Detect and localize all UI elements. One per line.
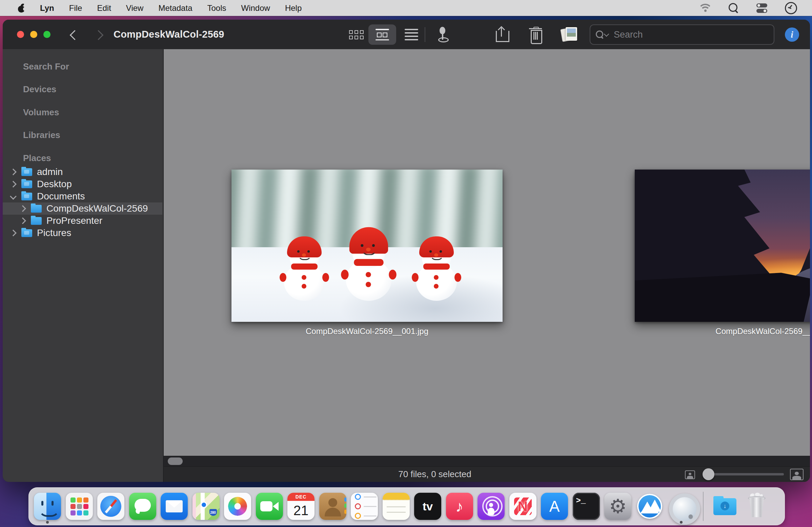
search-scope-chevron-icon[interactable] bbox=[604, 31, 609, 37]
dock-app-store[interactable]: A bbox=[541, 493, 568, 520]
menu-item-view[interactable]: View bbox=[126, 3, 144, 13]
menu-item-metadata[interactable]: Metadata bbox=[158, 3, 192, 13]
running-indicator bbox=[680, 521, 683, 524]
zoom-button[interactable] bbox=[43, 31, 50, 38]
forward-button[interactable] bbox=[93, 30, 104, 40]
folder-icon bbox=[31, 205, 42, 213]
file-thumbnail-002[interactable]: CompDeskWalCol-2569__002 bbox=[635, 170, 810, 322]
sidebar-item-label: ProPresenter bbox=[46, 215, 102, 226]
spotlight-search-icon[interactable] bbox=[729, 3, 739, 13]
dock-trash[interactable] bbox=[743, 493, 770, 520]
dock-mail[interactable] bbox=[161, 493, 188, 520]
wifi-icon[interactable] bbox=[699, 4, 711, 13]
thumbnail-size-slider[interactable] bbox=[704, 473, 784, 475]
menu-item-window[interactable]: Window bbox=[241, 3, 270, 13]
disclosure-chevron-icon[interactable] bbox=[10, 169, 17, 175]
menu-item-app[interactable]: Lyn bbox=[40, 3, 54, 13]
dock-apple-tv[interactable]: tv bbox=[414, 493, 441, 520]
map-pin-button[interactable] bbox=[433, 25, 451, 45]
file-thumbnail-001[interactable]: CompDeskWalCol-2569__001.jpg bbox=[231, 170, 503, 322]
search-field[interactable] bbox=[590, 25, 774, 45]
menu-item-help[interactable]: Help bbox=[285, 3, 302, 13]
sidebar-section-libraries: Libraries bbox=[23, 130, 60, 140]
sidebar-section-places: Places bbox=[23, 153, 51, 163]
trash-button[interactable] bbox=[526, 25, 545, 45]
trash-icon bbox=[529, 27, 542, 42]
sidebar-item-documents[interactable]: Documents bbox=[3, 190, 162, 202]
sidebar-item-label: admin bbox=[37, 167, 63, 177]
disclosure-chevron-icon[interactable] bbox=[10, 230, 17, 237]
disclosure-chevron-icon[interactable] bbox=[19, 217, 26, 224]
photos-button[interactable] bbox=[559, 25, 580, 45]
dock-facetime[interactable] bbox=[256, 493, 283, 520]
dock-downloads-folder[interactable]: ↓ bbox=[711, 493, 738, 520]
dock-messages[interactable] bbox=[129, 493, 156, 520]
window-title: CompDeskWalCol-2569 bbox=[114, 20, 224, 49]
sidebar-item-desktop[interactable]: Desktop bbox=[3, 178, 162, 190]
thumbnail-image-snowmen bbox=[231, 170, 503, 322]
list-view-button[interactable] bbox=[401, 25, 422, 45]
clock-icon[interactable] bbox=[785, 2, 797, 14]
grid-view-button[interactable] bbox=[346, 25, 367, 45]
back-button[interactable] bbox=[70, 30, 80, 40]
dock-music[interactable]: ♪ bbox=[446, 493, 473, 520]
dock: 280 DEC 21 tv bbox=[28, 487, 785, 525]
list-view-icon bbox=[405, 29, 418, 40]
dock-maps[interactable]: 280 bbox=[192, 493, 220, 520]
disclosure-chevron-icon[interactable] bbox=[19, 205, 26, 212]
sidebar-item-label: CompDeskWalCol-2569 bbox=[46, 203, 148, 214]
scrollbar-thumb[interactable] bbox=[168, 457, 183, 465]
menu-item-file[interactable]: File bbox=[69, 3, 82, 13]
dock-launchpad[interactable] bbox=[66, 493, 93, 520]
dock-mountain-app[interactable] bbox=[636, 493, 663, 520]
folder-icon bbox=[21, 193, 32, 200]
folder-icon bbox=[31, 217, 42, 225]
calendar-month: DEC bbox=[287, 493, 315, 501]
dock-terminal[interactable]: >_ bbox=[573, 493, 600, 520]
dock-notes[interactable] bbox=[382, 493, 410, 520]
slider-thumb[interactable] bbox=[702, 468, 714, 480]
browser-view-button[interactable] bbox=[368, 25, 396, 45]
toolbar-separator bbox=[425, 27, 425, 42]
disclosure-chevron-icon[interactable] bbox=[10, 193, 17, 200]
horizontal-scrollbar[interactable] bbox=[164, 456, 810, 467]
sidebar-item-compdeskwalcol-2569[interactable]: CompDeskWalCol-2569 bbox=[3, 202, 162, 215]
dock-safari[interactable] bbox=[97, 493, 125, 520]
dock-news[interactable]: N bbox=[509, 493, 536, 520]
close-button[interactable] bbox=[17, 31, 24, 38]
sidebar: Search For Devices Volumes Libraries Pla… bbox=[3, 49, 164, 482]
photos-stack-icon bbox=[562, 27, 577, 42]
thumbnail-image-sunset-road bbox=[635, 170, 810, 322]
dock-photos[interactable] bbox=[224, 493, 251, 520]
search-input[interactable] bbox=[613, 29, 768, 40]
sidebar-item-admin[interactable]: admin bbox=[3, 166, 162, 178]
large-thumbnail-size-icon bbox=[790, 469, 803, 480]
share-button[interactable] bbox=[492, 25, 511, 45]
file-name-label: CompDeskWalCol-2569__001.jpg bbox=[231, 327, 503, 336]
apple-menu-icon[interactable] bbox=[18, 4, 25, 13]
search-icon bbox=[596, 30, 604, 39]
dock-calendar[interactable]: DEC 21 bbox=[287, 493, 315, 520]
info-button[interactable]: i bbox=[785, 27, 799, 42]
dock-reminders[interactable] bbox=[351, 493, 378, 520]
menu-item-tools[interactable]: Tools bbox=[207, 3, 226, 13]
minimize-button[interactable] bbox=[30, 31, 37, 38]
sidebar-item-propresenter[interactable]: ProPresenter bbox=[3, 215, 162, 227]
folder-icon bbox=[21, 168, 32, 176]
dock-contacts[interactable] bbox=[319, 493, 346, 520]
dock-podcasts[interactable] bbox=[478, 493, 505, 520]
sidebar-item-pictures[interactable]: Pictures bbox=[3, 227, 162, 239]
disclosure-chevron-icon[interactable] bbox=[10, 181, 17, 187]
file-count-status: 70 files, 0 selected bbox=[398, 467, 471, 482]
share-icon bbox=[496, 27, 507, 42]
desktop: Lyn File Edit View Metadata Tools Window… bbox=[0, 0, 812, 527]
sidebar-section-volumes: Volumes bbox=[23, 107, 59, 117]
control-center-icon[interactable] bbox=[756, 3, 767, 13]
sidebar-item-label: Documents bbox=[37, 191, 85, 202]
dock-finder[interactable] bbox=[34, 493, 61, 520]
sidebar-item-label: Desktop bbox=[37, 179, 72, 189]
file-browser-area: CompDeskWalCol-2569__001.jpg CompDeskWal… bbox=[164, 49, 810, 456]
dock-system-settings[interactable]: ⚙ bbox=[604, 493, 632, 520]
menu-item-edit[interactable]: Edit bbox=[97, 3, 111, 13]
dock-lyn-app[interactable] bbox=[668, 493, 695, 520]
